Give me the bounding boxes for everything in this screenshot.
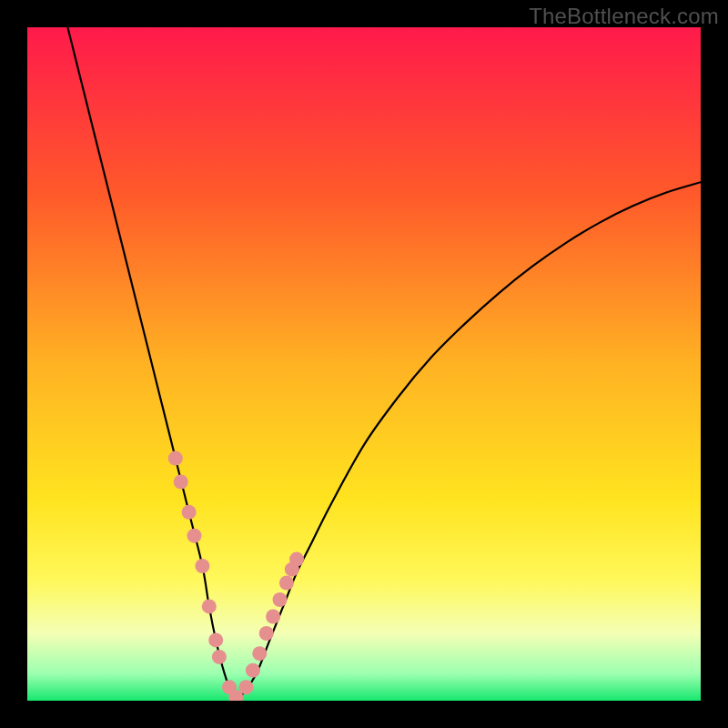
highlight-dot xyxy=(174,475,188,490)
highlight-dot xyxy=(182,505,197,520)
highlight-dot xyxy=(212,650,227,664)
highlight-dot xyxy=(246,663,260,678)
chart-frame: TheBottleneck.com xyxy=(0,0,728,728)
chart-svg xyxy=(27,27,701,701)
highlight-dot xyxy=(202,599,217,613)
highlight-dot xyxy=(266,610,280,624)
highlight-dot xyxy=(168,451,183,466)
highlight-dot xyxy=(187,529,202,543)
highlight-dot xyxy=(239,680,254,694)
svg-rect-0 xyxy=(27,27,701,701)
highlight-dot xyxy=(259,626,274,641)
highlight-dot xyxy=(208,632,223,647)
highlight-dot xyxy=(252,646,267,661)
highlight-dot xyxy=(289,552,304,567)
plot-area xyxy=(27,27,701,701)
watermark-text: TheBottleneck.com xyxy=(529,4,719,29)
highlight-dot xyxy=(195,559,209,573)
highlight-dot xyxy=(279,576,294,591)
highlight-dot xyxy=(273,592,288,607)
